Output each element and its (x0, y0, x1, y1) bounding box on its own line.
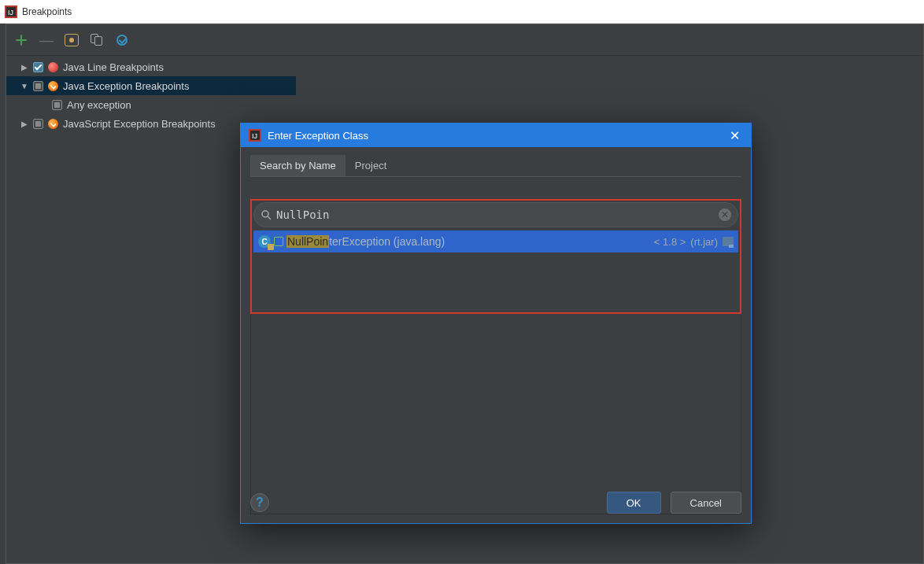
expand-icon: ▶ (20, 120, 28, 128)
expand-icon: ▶ (20, 63, 28, 72)
package-icon (274, 237, 283, 246)
library-icon (723, 237, 734, 246)
window-titlebar[interactable]: IJ Breakpoints (0, 0, 924, 24)
breakpoints-window: IJ Breakpoints — ▶ Java Line Breakpoints… (0, 0, 924, 564)
window-title: Breakpoints (22, 6, 72, 17)
tree-node-label: JavaScript Exception Breakpoints (63, 118, 216, 130)
exception-breakpoint-icon (48, 81, 58, 91)
svg-line-7 (268, 216, 271, 219)
tab-search-by-name[interactable]: Search by Name (250, 155, 346, 176)
checkbox[interactable] (33, 62, 43, 72)
tree-node-label: Any exception (67, 99, 131, 111)
lock-badge-icon (268, 244, 274, 250)
search-result-item[interactable]: C NullPointerException (java.lang) < 1.8… (253, 230, 738, 253)
collapse-icon: ▼ (20, 82, 28, 90)
close-icon[interactable]: ✕ (726, 128, 743, 143)
svg-text:IJ: IJ (252, 132, 257, 140)
class-icon: C (258, 235, 271, 248)
help-button[interactable]: ? (250, 493, 269, 512)
tree-node-any-exception[interactable]: Any exception (6, 95, 296, 114)
svg-text:IJ: IJ (8, 9, 13, 17)
dialog-title: Enter Exception Class (268, 130, 368, 142)
results-empty-area (250, 314, 741, 514)
tree-node-label: Java Exception Breakpoints (63, 80, 189, 92)
tree-node-java-exception[interactable]: ▼ Java Exception Breakpoints (6, 76, 296, 95)
result-text: NullPointerException (java.lang) (286, 235, 445, 248)
tab-project[interactable]: Project (346, 155, 396, 176)
copy-button[interactable] (90, 33, 104, 47)
enter-exception-class-dialog: IJ Enter Exception Class ✕ Search by Nam… (240, 123, 752, 524)
checkbox[interactable] (33, 81, 43, 91)
dialog-titlebar[interactable]: IJ Enter Exception Class ✕ (241, 123, 751, 147)
tree-node-label: Java Line Breakpoints (63, 61, 164, 73)
app-icon: IJ (5, 6, 17, 18)
search-icon (261, 209, 272, 220)
remove-breakpoint-button[interactable]: — (39, 33, 54, 47)
checkbox[interactable] (52, 100, 62, 110)
breakpoints-toolbar: — (6, 24, 923, 56)
search-box: ✕ (253, 202, 738, 227)
clear-search-button[interactable]: ✕ (719, 208, 731, 221)
dialog-button-row: ? OK Cancel (250, 492, 741, 514)
add-breakpoint-button[interactable] (14, 33, 28, 47)
exception-breakpoint-icon (48, 119, 58, 129)
search-input[interactable] (276, 208, 714, 221)
breakpoints-tree: ▶ Java Line Breakpoints ▼ Java Exception… (6, 56, 296, 133)
app-icon: IJ (249, 129, 261, 142)
svg-point-6 (262, 211, 268, 217)
dialog-body: Search by Name Project ✕ C NullPointerEx… (241, 147, 751, 514)
group-breakpoints-button[interactable] (65, 33, 79, 47)
verified-filter-button[interactable] (115, 33, 129, 47)
dialog-tabs: Search by Name Project (250, 155, 741, 177)
cancel-button[interactable]: Cancel (671, 492, 741, 514)
search-panel: ✕ C NullPointerException (java.lang) < 1… (250, 199, 741, 314)
tree-node-java-line[interactable]: ▶ Java Line Breakpoints (6, 57, 296, 76)
line-breakpoint-icon (48, 62, 58, 72)
ok-button[interactable]: OK (607, 492, 661, 514)
result-location: < 1.8 > (rt.jar) (654, 236, 734, 248)
checkbox[interactable] (33, 119, 43, 129)
gutter-strip (0, 24, 6, 564)
